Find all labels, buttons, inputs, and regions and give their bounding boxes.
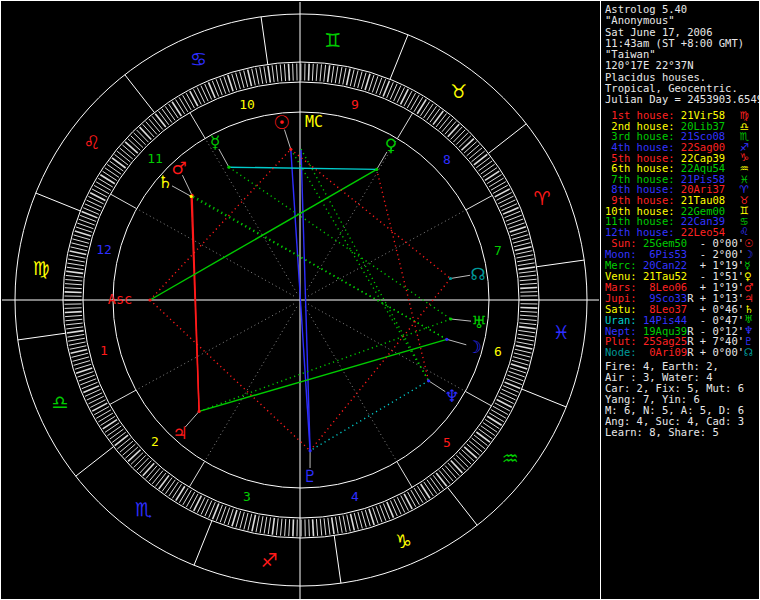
wheel-planet-uranus: ♅ <box>471 312 486 332</box>
zodiac-gemini-icon: ♊ <box>324 29 341 51</box>
planet-icon: ♃ <box>744 293 759 304</box>
planet-icon: ☿ <box>744 260 756 271</box>
planet-position-list: Sun: 25Gem50 - 0°00'☉Moon: 6Pis53 - 2°00… <box>605 238 755 358</box>
zodiac-taurus-icon: ♉ <box>450 80 467 102</box>
zodiac-pisces-icon: ♓ <box>553 321 570 343</box>
planet-icon: ♀ <box>744 271 758 282</box>
wheel-planet-node: ☊ <box>470 264 485 284</box>
aspect-venus-neptune <box>377 169 429 380</box>
chart-name: "Anonymous" <box>605 15 760 26</box>
house-number-9: 9 <box>351 97 359 112</box>
planet-row-sun: Sun: 25Gem50 - 0°00'☉ <box>605 238 755 249</box>
stats-learn-share: Learn: 8, Share: 5 <box>605 427 744 438</box>
planet-row-uran: Uran: 14Pis44 - 0°47'♅ <box>605 314 755 325</box>
zodiac-virgo-icon: ♍ <box>32 257 49 279</box>
wheel-planet-neptune: ♆ <box>444 386 459 406</box>
wheel-planet-mars: ♂ <box>171 158 186 178</box>
aspect-moon-mars <box>192 195 447 339</box>
house-number-1: 1 <box>100 343 108 358</box>
planet-row-node: Node: 0Ari09R + 0°00'☊ <box>605 347 755 358</box>
planet-icon: ☊ <box>744 347 759 358</box>
planet-icon: ♂ <box>744 282 759 293</box>
zodiac-sagittarius-icon: ♐ <box>261 549 278 571</box>
aspect-pluto-node <box>310 279 450 451</box>
house-number-10: 10 <box>239 97 255 112</box>
planet-icon: ☽ <box>744 249 759 260</box>
aspect-neptune-pluto <box>310 381 429 451</box>
chart-info-panel: Astrolog 5.40 "Anonymous" Sat June 17, 2… <box>605 1 759 600</box>
house-number-12: 12 <box>96 242 112 257</box>
wheel-planet-moon: ☽ <box>466 337 481 357</box>
aspect-saturn-jupiter <box>191 196 199 411</box>
house-number-3: 3 <box>243 489 251 504</box>
planet-row-merc: Merc: 20Can22 + 1°19'☿ <box>605 260 755 271</box>
house-row-12: 12th house: 22Leo54♌ <box>605 226 755 237</box>
julian-day: Julian Day = 2453903.6549 <box>605 94 760 105</box>
element-stats: Fire: 4, Earth: 2, Air : 3, Water: 4 Car… <box>605 361 744 438</box>
sign-icon: ♒ <box>740 163 755 174</box>
zodiac-cancer-icon: ♋ <box>190 48 207 70</box>
sign-icon: ♍ <box>740 110 755 121</box>
planet-row-plut: Plut: 25Sag25R + 7°40'♇ <box>605 336 755 347</box>
wheel-planet-saturn: ♄ <box>157 172 172 192</box>
chart-header: Astrolog 5.40 "Anonymous" Sat June 17, 2… <box>605 4 760 106</box>
aspect-jupiter-uranus <box>199 319 451 411</box>
house-number-5: 5 <box>443 435 451 450</box>
house-number-2: 2 <box>151 434 159 449</box>
house-number-8: 8 <box>443 152 451 167</box>
planet-row-nept: Nept: 19Aqu39R - 0°12'♆ <box>605 325 755 336</box>
zodiac-scorpio-icon: ♏ <box>135 498 152 520</box>
planet-row-venu: Venu: 21Tau52 - 1°51'♀ <box>605 271 755 282</box>
zodiac-libra-icon: ♎ <box>51 391 68 413</box>
wheel-planet-mercury: ☿ <box>210 132 220 152</box>
wheel-planet-pluto: ♇ <box>302 466 317 486</box>
aspect-moon-saturn <box>191 196 447 339</box>
house-number-7: 7 <box>494 243 502 258</box>
house-cusp-list: 1st house: 21Vir58♍ 2nd house: 20Lib37♎ … <box>605 110 755 237</box>
planet-row-jupi: Jupi: 9Sco33R + 1°13'♃ <box>605 292 755 303</box>
natal-chart-wheel: ♈♉♊♋♌♍♎♏♐♑♒♓123456789101112☉☽☿♀♂♄♃♅♆♇☊As… <box>1 1 601 600</box>
aspect-moon-jupiter <box>199 339 447 411</box>
ascendant-label: Asc <box>108 291 132 307</box>
zodiac-capricorn-icon: ♑ <box>395 530 412 552</box>
zodiac-leo-icon: ♌ <box>83 131 100 153</box>
sign-icon: ♌ <box>740 226 755 237</box>
planet-row-satu: Satu: 8Leo37 + 0°46'♄ <box>605 303 755 314</box>
zodiac-aquarius-icon: ♒ <box>502 447 519 469</box>
house-number-6: 6 <box>494 344 502 359</box>
pointer-lines <box>172 130 471 468</box>
sign-icon: ♈ <box>740 184 755 195</box>
house-number-4: 4 <box>351 489 359 504</box>
astrolog-window: ♈♉♊♋♌♍♎♏♐♑♒♓123456789101112☉☽☿♀♂♄♃♅♆♇☊As… <box>0 0 760 600</box>
planet-row-moon: Moon: 6Pis53 - 2°00'☽ <box>605 249 755 260</box>
panel-divider <box>600 1 601 600</box>
aspect-sun-neptune <box>291 149 429 380</box>
midheaven-label: MC <box>305 113 323 131</box>
wheel-planet-venus: ♀ <box>385 135 397 155</box>
planet-row-mars: Mars: 8Leo06 + 1°19'♂ <box>605 282 755 293</box>
house-number-11: 11 <box>147 151 163 166</box>
zodiac-aries-icon: ♈ <box>534 187 551 209</box>
wheel-planet-sun: ☉ <box>273 111 290 133</box>
wheel-planet-jupiter: ♃ <box>172 423 187 443</box>
